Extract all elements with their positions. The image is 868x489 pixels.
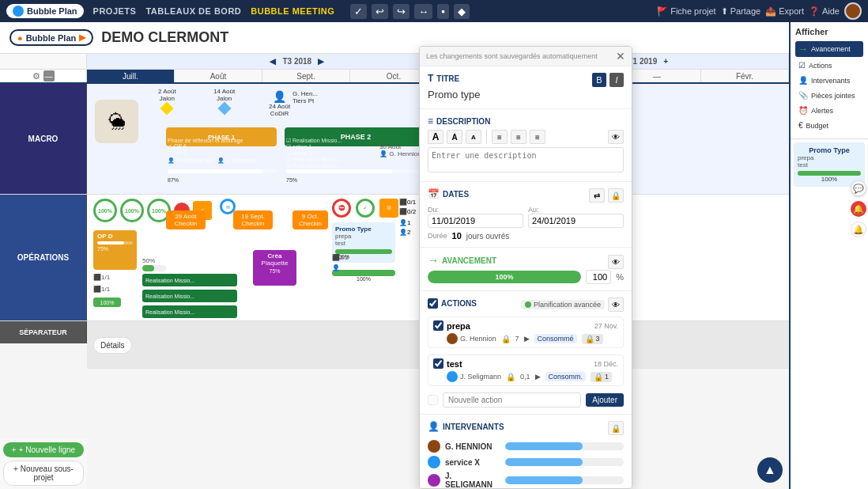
- font-md-btn[interactable]: A: [447, 130, 462, 144]
- checkin-3[interactable]: 9 Oct. Checkin: [292, 210, 328, 229]
- period-t3-label: T3 2018: [282, 54, 311, 70]
- user-avatar[interactable]: [844, 2, 862, 20]
- minus-btn[interactable]: —: [43, 70, 55, 82]
- test-avatar: [447, 371, 458, 382]
- milestone-1[interactable]: 2 Août Jalon: [158, 88, 176, 113]
- redo-btn[interactable]: ↪: [393, 4, 409, 19]
- date-from-label: Du:: [428, 206, 523, 214]
- prepa-checkbox[interactable]: [433, 320, 443, 331]
- afficher-avancement[interactable]: → Avancement: [795, 41, 863, 57]
- titre-input[interactable]: [428, 87, 624, 102]
- bell-btn[interactable]: 🔔: [851, 222, 866, 237]
- scroll-up-btn[interactable]: ▲: [757, 457, 783, 483]
- lock-dates-btn[interactable]: 🔒: [608, 188, 624, 203]
- desc-textarea[interactable]: [428, 147, 624, 172]
- align-center-btn[interactable]: ≡: [511, 130, 526, 144]
- intervenants-icon: 👤: [428, 421, 440, 432]
- details-btn[interactable]: Détails: [93, 337, 132, 354]
- afficher-intervenants[interactable]: 👤 Intervenants: [795, 74, 863, 87]
- ops-label: OPÉRATIONS: [0, 195, 87, 320]
- date-from-input[interactable]: [428, 214, 523, 228]
- real-bar-3[interactable]: Realisation Missio...: [142, 305, 237, 318]
- ops-row-group: OPÉRATIONS 100% 100% 100% ✓ ✉: [0, 195, 789, 321]
- arrows-btn[interactable]: ↔: [414, 4, 432, 19]
- undo-btn[interactable]: ↩: [372, 4, 388, 19]
- afficher-budget[interactable]: € Budget: [795, 119, 863, 132]
- avancement-eye-btn[interactable]: 👁: [608, 255, 624, 269]
- nav-projets[interactable]: PROJETS: [93, 6, 137, 16]
- chat-btn[interactable]: 💬: [851, 180, 866, 196]
- title-format-btns: B I: [592, 73, 624, 87]
- servicex-name: service X: [445, 458, 500, 467]
- ajouter-btn[interactable]: Ajouter: [586, 393, 624, 407]
- nav-tableaux[interactable]: TABLEAUX DE BORD: [145, 6, 241, 16]
- months-header: ⚙ — Juill. Août Sept. Oct. — Janv. — Fév…: [0, 70, 789, 84]
- test-checkbox[interactable]: [433, 358, 443, 369]
- prepa-meta: G. Hennion 🔒 7 ▶ Consommé 🔒 3: [433, 333, 618, 344]
- progress-circles: 100% 100% 100% ✓ ✉: [93, 199, 236, 222]
- seligmann-name: J. SELIGMANN: [445, 472, 500, 489]
- bold-btn[interactable]: B: [592, 73, 606, 87]
- eye-btn[interactable]: 👁: [608, 130, 624, 144]
- check-btn[interactable]: ✓: [350, 4, 367, 19]
- real-bar-1[interactable]: Realisation Missio...: [142, 274, 237, 286]
- notif-btn[interactable]: 🔔: [851, 201, 866, 217]
- prepa-date: 27 Nov.: [594, 322, 618, 330]
- new-action-input[interactable]: [443, 392, 581, 408]
- checkin-1[interactable]: 29 Août Checkin: [166, 210, 206, 229]
- partage-btn[interactable]: ⬆ Partage: [721, 6, 761, 17]
- afficher-area: Afficher → Avancement ☑ Actions 👤 Interv…: [791, 22, 868, 139]
- duree-value: 10: [452, 231, 462, 241]
- new-line-btn[interactable]: ++ Nouvelle ligne: [3, 442, 84, 457]
- checkin-2[interactable]: 19 Sept. Checkin: [233, 210, 273, 229]
- afficher-actions[interactable]: ☑ Actions: [795, 59, 863, 72]
- milestone-2[interactable]: 14 Août Jalon: [213, 88, 235, 113]
- align-left-btn[interactable]: ≡: [492, 130, 508, 144]
- desc-toolbar: A A A ≡ ≡ ≡ 👁: [428, 130, 624, 144]
- share-dates-btn[interactable]: ⇄: [589, 188, 605, 203]
- right-test-tag: test: [798, 161, 861, 169]
- crea-plaquette[interactable]: Créa Plaquette 75%: [253, 250, 296, 286]
- nav-meeting[interactable]: BUBBLE MEETING: [251, 6, 334, 16]
- sep-row-group: SÉPARATEUR Détails: [0, 321, 789, 343]
- right-prepa-tag: prepa: [798, 154, 861, 161]
- op-d-box[interactable]: OP D 75%: [93, 230, 137, 270]
- logo-button[interactable]: Bubble Plan: [6, 4, 84, 18]
- macro-row-group: MACRO 🌦 2 Août Jalon 14 Août Jalon: [0, 84, 789, 195]
- afficher-alertes[interactable]: ⏰ Alertes: [795, 104, 863, 117]
- phase1-desc: Phase de réflexion et arbitrage ✓ OP A ✓…: [168, 138, 277, 164]
- italic-btn[interactable]: I: [609, 73, 624, 87]
- new-sub-btn[interactable]: + Nouveau sous-projet: [3, 461, 84, 486]
- screen-btn[interactable]: ▪: [437, 4, 449, 19]
- percent-input[interactable]: [586, 270, 611, 284]
- period-t1-label: T1 2019: [628, 54, 658, 70]
- circle-2[interactable]: 100%: [120, 199, 144, 222]
- afficher-pieces[interactable]: 📎 Pièces jointes: [795, 89, 863, 102]
- font-lg-btn[interactable]: A: [428, 130, 443, 144]
- aide-btn[interactable]: ❓ Aide: [809, 6, 840, 17]
- modal-close-btn[interactable]: ✕: [616, 50, 625, 63]
- planif-badge[interactable]: Planification avancée: [521, 300, 605, 309]
- titre-title-row: T TITRE B I: [428, 73, 624, 87]
- macro-icon[interactable]: 🌦: [95, 100, 138, 143]
- export-btn[interactable]: 📤 Export: [765, 6, 804, 17]
- align-right-btn[interactable]: ≡: [530, 130, 545, 144]
- fiche-projet-btn[interactable]: 🚩 Fiche projet: [657, 6, 715, 17]
- circle-1[interactable]: 100%: [93, 199, 117, 222]
- project-logo: ● Bubble Plan ▶: [9, 29, 93, 46]
- bottom-buttons: ++ Nouvelle ligne + Nouveau sous-projet: [0, 439, 87, 489]
- duree-row: Durée 10 jours ouvrés: [428, 231, 624, 241]
- settings-icon[interactable]: ⚙: [32, 71, 40, 82]
- seligmann-bar-container: [505, 476, 624, 484]
- desc-label: ≡ DESCRIPTION: [428, 116, 624, 127]
- font-sm-btn[interactable]: A: [466, 130, 481, 144]
- diamond-btn[interactable]: ◆: [454, 4, 470, 19]
- real-bar-2[interactable]: Realisation Missio...: [142, 290, 237, 302]
- intervenants-eye-btn[interactable]: 🔒: [608, 421, 624, 435]
- avancement-title-row: → AVANCEMENT 👁: [428, 254, 624, 270]
- actions-checkbox[interactable]: [428, 298, 438, 309]
- actions-eye-btn[interactable]: 👁: [608, 298, 624, 312]
- avancement-section: → AVANCEMENT 👁 100% %: [420, 248, 632, 291]
- hennion-bar: [505, 442, 583, 450]
- date-to-input[interactable]: [528, 214, 624, 228]
